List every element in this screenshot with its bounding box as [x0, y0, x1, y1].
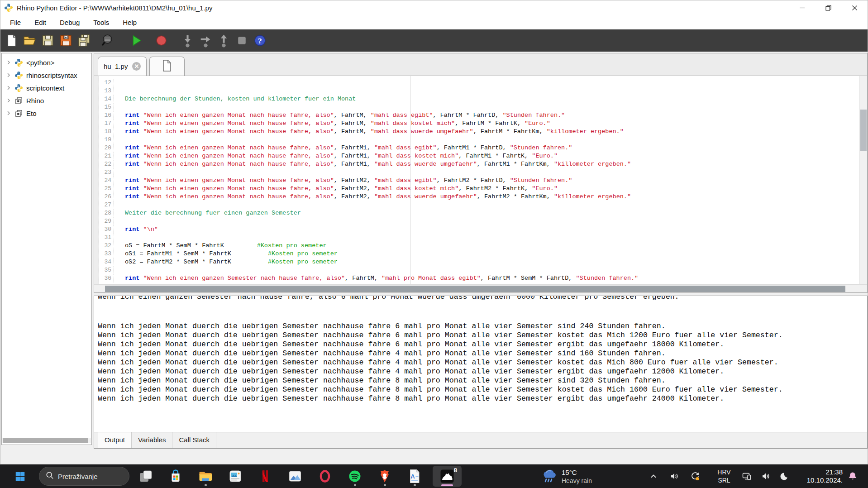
notification-badge: 8 [454, 467, 457, 474]
sync-update-icon[interactable] [690, 471, 701, 482]
save-button[interactable] [38, 32, 57, 50]
save-as-button[interactable] [57, 32, 75, 50]
code-text: oS2 = FahrtM2 * SemM * FahrtK #Kosten pr… [114, 258, 338, 266]
taskbar-acrobat[interactable]: A [403, 466, 426, 487]
code-line: 12 [99, 79, 638, 87]
language-indicator[interactable]: HRV SRL [714, 468, 734, 484]
tab-hu_1-py[interactable]: hu_1.py ✕ [98, 57, 147, 76]
restore-button[interactable] [815, 0, 841, 15]
weather-condition: Heavy rain [562, 477, 592, 485]
taskbar-spotify[interactable] [343, 466, 367, 487]
volume-icon[interactable] [669, 471, 680, 482]
stop-button[interactable] [152, 32, 170, 50]
code-text: rint "Wenn ich einen ganzen Monat nach h… [114, 193, 631, 201]
start-button[interactable] [10, 467, 30, 485]
chevron-right-icon[interactable] [6, 85, 11, 91]
rain-cloud-icon [539, 466, 562, 486]
taskbar-opera[interactable] [313, 466, 337, 487]
taskbar-explorer[interactable] [194, 466, 217, 487]
chevron-right-icon[interactable] [6, 110, 11, 116]
bottom-tabs: OutputVariablesCall Stack [94, 432, 867, 448]
hidden-icons-chevron[interactable] [648, 471, 659, 482]
chevron-right-icon[interactable] [6, 60, 11, 65]
code-line: 16rint "Wenn ich einen ganzen Monat nach… [99, 111, 638, 120]
tree-item-scriptcontext[interactable]: scriptcontext [2, 81, 91, 94]
code-text: rint "Wenn ich einen ganzen Monat nach h… [114, 111, 565, 120]
code-line: 32oS = FahrtM * SemM * FahrtK #Kosten pr… [99, 242, 638, 250]
tab-call-stack[interactable]: Call Stack [172, 432, 216, 448]
taskbar-gallery[interactable] [224, 466, 247, 487]
clock-widget[interactable]: 21:38 10.10.2024. [795, 468, 843, 484]
scrollbar-thumb[interactable] [860, 110, 867, 151]
run-button[interactable] [127, 32, 145, 50]
menu-tools[interactable]: Tools [86, 17, 116, 28]
taskbar-task-view[interactable] [134, 466, 157, 487]
scrollbar-thumb[interactable] [3, 438, 88, 443]
menu-edit[interactable]: Edit [28, 17, 53, 28]
editor-vertical-scrollbar[interactable] [859, 76, 867, 285]
line-number: 28 [99, 209, 114, 217]
search-label: Pretraživanje [58, 473, 98, 480]
code-text: rint "Wenn ich einen ganzen Monat nach h… [114, 120, 550, 128]
new-tab-button[interactable] [149, 57, 185, 76]
night-mode-icon[interactable] [777, 471, 788, 482]
toolbar: ? [0, 29, 868, 52]
step-out-button[interactable] [215, 32, 233, 50]
tree-item-python[interactable]: <python> [2, 56, 91, 69]
code-line: 31 [99, 234, 638, 242]
scrollbar-thumb[interactable] [105, 286, 845, 292]
step-over-button[interactable] [196, 32, 215, 50]
new-file-button[interactable] [2, 32, 20, 50]
tree-item-Rhino[interactable]: Rhino [2, 94, 91, 107]
editor-horizontal-scrollbar[interactable] [94, 284, 867, 292]
line-number: 35 [99, 266, 114, 274]
output-line: Wenn ich einen ganzen Semester nach haus… [98, 296, 866, 301]
weather-widget[interactable]: 15°C Heavy rain [539, 466, 592, 486]
taskbar-brave[interactable] [373, 466, 396, 487]
line-number: 21 [99, 152, 114, 160]
taskbar-search[interactable]: Pretraživanje [39, 467, 129, 486]
line-number: 18 [99, 128, 114, 136]
save-all-button[interactable] [75, 32, 93, 50]
output-line: Wenn ich jeden Monat duerch die uebrigen… [98, 376, 866, 385]
tree-item-label: rhinoscriptsyntax [26, 72, 77, 79]
code-line: 25rint "Wenn ich einen ganzen Monat nach… [99, 185, 638, 193]
menu-file[interactable]: File [3, 17, 28, 28]
cast-device-icon[interactable] [741, 471, 752, 482]
find-button[interactable] [99, 32, 117, 50]
chevron-right-icon[interactable] [6, 98, 11, 103]
tab-variables[interactable]: Variables [132, 432, 172, 448]
notifications-bell-icon[interactable] [847, 471, 858, 482]
minimize-button[interactable] [789, 0, 815, 15]
tab-output[interactable]: Output [98, 432, 132, 448]
tree-item-Eto[interactable]: Eto [2, 107, 91, 120]
tree-item-rhinoscriptsyntax[interactable]: rhinoscriptsyntax [2, 69, 91, 81]
module-tree: <python> rhinoscriptsyntax scriptcontext… [1, 53, 92, 445]
menu-debug[interactable]: Debug [53, 17, 86, 28]
taskbar-store[interactable] [164, 466, 187, 487]
code-text: rint "Wenn ich einen ganzen Monat nach h… [114, 160, 631, 168]
taskbar-photos[interactable] [283, 466, 307, 487]
break-button[interactable] [233, 32, 251, 50]
code-text: rint "Wenn ich einen ganzen Semester nac… [114, 274, 638, 282]
tree-item-label: scriptcontext [26, 84, 64, 92]
close-button[interactable] [841, 0, 868, 15]
code-text: rint "Wenn ich einen ganzen Monat nach h… [114, 177, 572, 185]
step-into-button[interactable] [178, 32, 196, 50]
system-volume-icon[interactable] [760, 471, 771, 482]
open-file-button[interactable] [20, 32, 38, 50]
sidebar-horizontal-scrollbar[interactable] [2, 438, 91, 443]
taskbar-rhino[interactable]: 8 [433, 466, 462, 487]
code-editor[interactable]: 121314Die berechnung der Stunden, kosten… [94, 76, 868, 293]
menu-help[interactable]: Help [116, 17, 143, 28]
line-number: 17 [99, 120, 114, 128]
help-button[interactable]: ? [251, 32, 269, 50]
chevron-right-icon[interactable] [6, 72, 11, 78]
close-tab-icon[interactable]: ✕ [132, 62, 141, 71]
brave-icon [377, 468, 393, 484]
line-number: 14 [99, 95, 114, 103]
gallery-icon [227, 468, 243, 484]
code-lines[interactable]: 121314Die berechnung der Stunden, kosten… [99, 79, 638, 282]
code-line: 21rint "Wenn ich einen ganzen Monat nach… [99, 152, 638, 160]
taskbar-netflix[interactable] [253, 466, 277, 487]
